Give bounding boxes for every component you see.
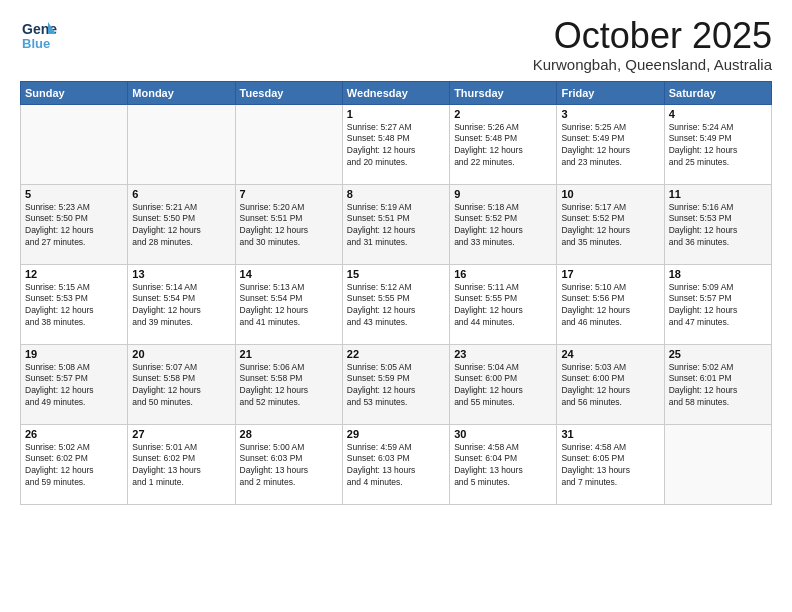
table-row: 9Sunrise: 5:18 AM Sunset: 5:52 PM Daylig…: [450, 184, 557, 264]
day-info: Sunrise: 5:07 AM Sunset: 5:58 PM Dayligh…: [132, 362, 230, 410]
day-info: Sunrise: 5:27 AM Sunset: 5:48 PM Dayligh…: [347, 122, 445, 170]
day-info: Sunrise: 5:13 AM Sunset: 5:54 PM Dayligh…: [240, 282, 338, 330]
day-number: 16: [454, 268, 552, 280]
day-info: Sunrise: 5:15 AM Sunset: 5:53 PM Dayligh…: [25, 282, 123, 330]
logo-icon: General Blue: [20, 16, 58, 54]
day-info: Sunrise: 5:02 AM Sunset: 6:02 PM Dayligh…: [25, 442, 123, 490]
day-info: Sunrise: 5:00 AM Sunset: 6:03 PM Dayligh…: [240, 442, 338, 490]
day-info: Sunrise: 5:21 AM Sunset: 5:50 PM Dayligh…: [132, 202, 230, 250]
day-number: 24: [561, 348, 659, 360]
day-info: Sunrise: 5:10 AM Sunset: 5:56 PM Dayligh…: [561, 282, 659, 330]
header-thursday: Thursday: [450, 81, 557, 104]
day-info: Sunrise: 5:11 AM Sunset: 5:55 PM Dayligh…: [454, 282, 552, 330]
day-number: 27: [132, 428, 230, 440]
day-number: 10: [561, 188, 659, 200]
table-row: 6Sunrise: 5:21 AM Sunset: 5:50 PM Daylig…: [128, 184, 235, 264]
table-row: 22Sunrise: 5:05 AM Sunset: 5:59 PM Dayli…: [342, 344, 449, 424]
day-info: Sunrise: 5:12 AM Sunset: 5:55 PM Dayligh…: [347, 282, 445, 330]
day-number: 18: [669, 268, 767, 280]
header-monday: Monday: [128, 81, 235, 104]
day-number: 15: [347, 268, 445, 280]
table-row: 2Sunrise: 5:26 AM Sunset: 5:48 PM Daylig…: [450, 104, 557, 184]
table-row: 17Sunrise: 5:10 AM Sunset: 5:56 PM Dayli…: [557, 264, 664, 344]
table-row: [21, 104, 128, 184]
table-row: [235, 104, 342, 184]
day-info: Sunrise: 5:02 AM Sunset: 6:01 PM Dayligh…: [669, 362, 767, 410]
logo: General Blue: [20, 16, 58, 54]
day-number: 28: [240, 428, 338, 440]
day-info: Sunrise: 5:08 AM Sunset: 5:57 PM Dayligh…: [25, 362, 123, 410]
header-wednesday: Wednesday: [342, 81, 449, 104]
day-number: 31: [561, 428, 659, 440]
day-number: 6: [132, 188, 230, 200]
table-row: 20Sunrise: 5:07 AM Sunset: 5:58 PM Dayli…: [128, 344, 235, 424]
header-friday: Friday: [557, 81, 664, 104]
day-info: Sunrise: 5:25 AM Sunset: 5:49 PM Dayligh…: [561, 122, 659, 170]
table-row: 30Sunrise: 4:58 AM Sunset: 6:04 PM Dayli…: [450, 424, 557, 504]
calendar-week-row: 1Sunrise: 5:27 AM Sunset: 5:48 PM Daylig…: [21, 104, 772, 184]
day-info: Sunrise: 5:19 AM Sunset: 5:51 PM Dayligh…: [347, 202, 445, 250]
header: General Blue October 2025 Kurwongbah, Qu…: [20, 16, 772, 73]
calendar-subtitle: Kurwongbah, Queensland, Australia: [533, 56, 772, 73]
day-info: Sunrise: 5:24 AM Sunset: 5:49 PM Dayligh…: [669, 122, 767, 170]
table-row: 10Sunrise: 5:17 AM Sunset: 5:52 PM Dayli…: [557, 184, 664, 264]
day-info: Sunrise: 5:14 AM Sunset: 5:54 PM Dayligh…: [132, 282, 230, 330]
header-saturday: Saturday: [664, 81, 771, 104]
day-number: 2: [454, 108, 552, 120]
day-info: Sunrise: 5:05 AM Sunset: 5:59 PM Dayligh…: [347, 362, 445, 410]
table-row: 25Sunrise: 5:02 AM Sunset: 6:01 PM Dayli…: [664, 344, 771, 424]
day-number: 22: [347, 348, 445, 360]
day-info: Sunrise: 4:58 AM Sunset: 6:05 PM Dayligh…: [561, 442, 659, 490]
day-number: 30: [454, 428, 552, 440]
day-number: 12: [25, 268, 123, 280]
table-row: 21Sunrise: 5:06 AM Sunset: 5:58 PM Dayli…: [235, 344, 342, 424]
weekday-header-row: Sunday Monday Tuesday Wednesday Thursday…: [21, 81, 772, 104]
day-number: 19: [25, 348, 123, 360]
day-number: 17: [561, 268, 659, 280]
day-number: 3: [561, 108, 659, 120]
day-info: Sunrise: 5:17 AM Sunset: 5:52 PM Dayligh…: [561, 202, 659, 250]
table-row: 1Sunrise: 5:27 AM Sunset: 5:48 PM Daylig…: [342, 104, 449, 184]
header-sunday: Sunday: [21, 81, 128, 104]
calendar-week-row: 12Sunrise: 5:15 AM Sunset: 5:53 PM Dayli…: [21, 264, 772, 344]
day-info: Sunrise: 5:06 AM Sunset: 5:58 PM Dayligh…: [240, 362, 338, 410]
table-row: 23Sunrise: 5:04 AM Sunset: 6:00 PM Dayli…: [450, 344, 557, 424]
calendar-week-row: 5Sunrise: 5:23 AM Sunset: 5:50 PM Daylig…: [21, 184, 772, 264]
calendar-table: Sunday Monday Tuesday Wednesday Thursday…: [20, 81, 772, 505]
day-number: 23: [454, 348, 552, 360]
day-info: Sunrise: 5:23 AM Sunset: 5:50 PM Dayligh…: [25, 202, 123, 250]
table-row: 28Sunrise: 5:00 AM Sunset: 6:03 PM Dayli…: [235, 424, 342, 504]
table-row: 4Sunrise: 5:24 AM Sunset: 5:49 PM Daylig…: [664, 104, 771, 184]
table-row: [664, 424, 771, 504]
day-info: Sunrise: 5:26 AM Sunset: 5:48 PM Dayligh…: [454, 122, 552, 170]
day-info: Sunrise: 4:58 AM Sunset: 6:04 PM Dayligh…: [454, 442, 552, 490]
day-number: 9: [454, 188, 552, 200]
table-row: [128, 104, 235, 184]
day-number: 25: [669, 348, 767, 360]
day-info: Sunrise: 5:04 AM Sunset: 6:00 PM Dayligh…: [454, 362, 552, 410]
table-row: 19Sunrise: 5:08 AM Sunset: 5:57 PM Dayli…: [21, 344, 128, 424]
table-row: 12Sunrise: 5:15 AM Sunset: 5:53 PM Dayli…: [21, 264, 128, 344]
day-number: 29: [347, 428, 445, 440]
calendar-title: October 2025: [533, 16, 772, 56]
table-row: 31Sunrise: 4:58 AM Sunset: 6:05 PM Dayli…: [557, 424, 664, 504]
table-row: 13Sunrise: 5:14 AM Sunset: 5:54 PM Dayli…: [128, 264, 235, 344]
day-number: 21: [240, 348, 338, 360]
day-info: Sunrise: 5:01 AM Sunset: 6:02 PM Dayligh…: [132, 442, 230, 490]
header-tuesday: Tuesday: [235, 81, 342, 104]
day-number: 20: [132, 348, 230, 360]
table-row: 29Sunrise: 4:59 AM Sunset: 6:03 PM Dayli…: [342, 424, 449, 504]
table-row: 3Sunrise: 5:25 AM Sunset: 5:49 PM Daylig…: [557, 104, 664, 184]
day-info: Sunrise: 5:18 AM Sunset: 5:52 PM Dayligh…: [454, 202, 552, 250]
table-row: 7Sunrise: 5:20 AM Sunset: 5:51 PM Daylig…: [235, 184, 342, 264]
title-block: October 2025 Kurwongbah, Queensland, Aus…: [533, 16, 772, 73]
day-info: Sunrise: 5:16 AM Sunset: 5:53 PM Dayligh…: [669, 202, 767, 250]
table-row: 11Sunrise: 5:16 AM Sunset: 5:53 PM Dayli…: [664, 184, 771, 264]
table-row: 16Sunrise: 5:11 AM Sunset: 5:55 PM Dayli…: [450, 264, 557, 344]
table-row: 5Sunrise: 5:23 AM Sunset: 5:50 PM Daylig…: [21, 184, 128, 264]
day-number: 5: [25, 188, 123, 200]
day-info: Sunrise: 4:59 AM Sunset: 6:03 PM Dayligh…: [347, 442, 445, 490]
day-info: Sunrise: 5:20 AM Sunset: 5:51 PM Dayligh…: [240, 202, 338, 250]
calendar-week-row: 19Sunrise: 5:08 AM Sunset: 5:57 PM Dayli…: [21, 344, 772, 424]
day-number: 26: [25, 428, 123, 440]
